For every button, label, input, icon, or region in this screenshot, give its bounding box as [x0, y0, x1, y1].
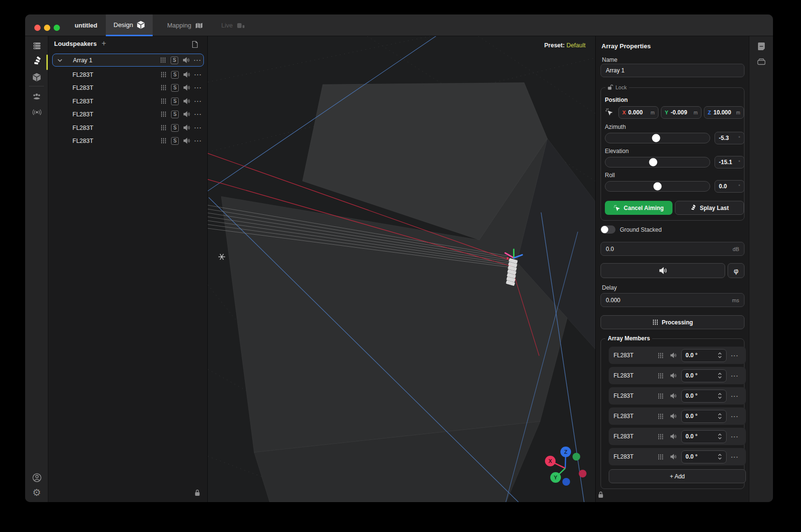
splay-angle-stepper[interactable]: 0.0 ° — [681, 430, 727, 443]
listener-asterisk-marker[interactable] — [218, 254, 225, 260]
gizmo-neg-y-ball[interactable] — [572, 453, 580, 461]
venue-cube-icon[interactable] — [25, 70, 48, 84]
stepper-chevrons-icon[interactable] — [717, 392, 722, 400]
elevation-value[interactable]: -15.1° — [715, 156, 744, 168]
notes-document-icon[interactable] — [749, 42, 773, 50]
speaker-mute-icon[interactable] — [181, 111, 192, 117]
processing-button[interactable]: Processing — [601, 315, 744, 329]
add-loudspeaker-button[interactable]: + — [101, 39, 106, 48]
add-member-button[interactable]: + Add — [609, 469, 746, 483]
gain-input[interactable]: 0.0 dB — [601, 242, 744, 256]
solo-button[interactable]: S — [169, 98, 181, 105]
processing-sliders-icon[interactable] — [654, 373, 667, 379]
roll-slider[interactable] — [605, 181, 710, 192]
speaker-mute-icon[interactable] — [667, 373, 679, 378]
loudspeaker-row[interactable]: FL283T S ··· — [52, 81, 204, 94]
library-document-icon[interactable] — [191, 41, 199, 48]
speaker-mute-icon[interactable] — [667, 352, 679, 358]
stepper-chevrons-icon[interactable] — [717, 433, 722, 440]
position-x-field[interactable]: X 0.000 m — [618, 106, 658, 119]
more-options-button[interactable]: ··· — [729, 433, 741, 440]
loudspeaker-row[interactable]: FL283T S ··· — [52, 121, 204, 134]
splay-last-button[interactable]: Splay Last — [675, 201, 744, 215]
tab-design[interactable]: Design — [106, 14, 153, 36]
speaker-mute-icon[interactable] — [667, 393, 679, 399]
processing-sliders-icon[interactable] — [654, 434, 667, 440]
stepper-chevrons-icon[interactable] — [717, 453, 722, 461]
solo-button[interactable]: S — [169, 111, 181, 118]
viewport-3d[interactable]: Z X Y Preset: Default — [208, 36, 595, 502]
processing-sliders-icon[interactable] — [157, 84, 169, 91]
member-row[interactable]: FL283T 0.0 ° ··· — [609, 387, 746, 405]
speaker-mute-icon[interactable] — [181, 84, 192, 91]
azimuth-slider[interactable] — [605, 133, 710, 143]
preset-value[interactable]: Default — [566, 42, 586, 49]
more-options-button[interactable]: ··· — [192, 137, 204, 144]
elevation-slider[interactable] — [605, 157, 710, 168]
more-options-button[interactable]: ··· — [729, 453, 741, 461]
processing-sliders-icon[interactable] — [157, 125, 169, 131]
processing-sliders-icon[interactable] — [157, 57, 169, 63]
solo-button[interactable]: S — [169, 71, 181, 79]
chevron-down-icon[interactable] — [53, 59, 67, 62]
panel-lock-icon[interactable] — [194, 489, 200, 496]
more-options-button[interactable]: ··· — [192, 111, 204, 118]
processing-sliders-icon[interactable] — [157, 111, 169, 117]
processing-sliders-icon[interactable] — [157, 71, 169, 78]
account-icon[interactable] — [25, 471, 48, 484]
processing-sliders-icon[interactable] — [157, 138, 169, 144]
zoom-window-button[interactable] — [54, 25, 60, 31]
ground-stacked-toggle[interactable] — [601, 225, 615, 234]
member-row[interactable]: FL283T 0.0 ° ··· — [609, 347, 746, 364]
splay-angle-stepper[interactable]: 0.0 ° — [681, 390, 727, 403]
solo-button[interactable]: S — [169, 124, 181, 132]
loudspeaker-row[interactable]: FL283T S ··· — [52, 95, 204, 108]
loudspeaker-row[interactable]: FL283T S ··· — [52, 134, 204, 147]
more-options-button[interactable]: ··· — [192, 124, 204, 131]
sources-icon[interactable] — [25, 39, 48, 53]
processing-sliders-icon[interactable] — [654, 352, 667, 359]
position-y-field[interactable]: Y -0.009 m — [661, 106, 701, 119]
processing-sliders-icon[interactable] — [654, 413, 667, 420]
panel-lock-icon[interactable] — [598, 491, 604, 498]
preset-indicator[interactable]: Preset: Default — [544, 42, 586, 49]
loudspeaker-row[interactable]: FL283T S ··· — [52, 68, 204, 81]
splay-angle-stepper[interactable]: 0.0 ° — [681, 349, 727, 362]
roll-value[interactable]: 0.0° — [715, 180, 744, 193]
axis-gizmo[interactable]: Z X Y — [545, 447, 586, 486]
array-row[interactable]: Array 1 S ··· — [52, 54, 204, 67]
member-row[interactable]: FL283T 0.0 ° ··· — [609, 448, 746, 465]
stepper-chevrons-icon[interactable] — [717, 412, 722, 420]
tab-mapping[interactable]: Mapping — [159, 14, 211, 36]
more-options-button[interactable]: ··· — [192, 56, 203, 64]
array-name-input[interactable]: Array 1 — [601, 64, 744, 77]
more-options-button[interactable]: ··· — [192, 84, 204, 91]
speaker-mute-icon[interactable] — [181, 138, 192, 144]
speaker-mute-icon[interactable] — [181, 71, 192, 78]
position-z-field[interactable]: Z 10.000 m — [704, 106, 744, 119]
stepper-chevrons-icon[interactable] — [717, 351, 722, 359]
speaker-mute-icon[interactable] — [180, 57, 192, 63]
lock-open-icon[interactable] — [608, 84, 614, 90]
close-window-button[interactable] — [34, 25, 41, 31]
mute-button[interactable] — [601, 263, 725, 278]
speaker-mute-icon[interactable] — [667, 413, 679, 419]
more-options-button[interactable]: ··· — [729, 352, 741, 359]
cancel-aiming-button[interactable]: Cancel Aiming — [605, 201, 672, 215]
settings-gear-icon[interactable]: ⚙ — [25, 486, 48, 499]
more-options-button[interactable]: ··· — [192, 71, 204, 78]
aim-cursor-icon[interactable] — [605, 108, 613, 116]
azimuth-value[interactable]: -5.3° — [715, 132, 744, 144]
stepper-chevrons-icon[interactable] — [717, 372, 722, 379]
solo-button[interactable]: S — [169, 56, 180, 64]
member-row[interactable]: FL283T 0.0 ° ··· — [609, 367, 746, 384]
more-options-button[interactable]: ··· — [192, 98, 204, 105]
groups-icon[interactable] — [25, 89, 48, 103]
splay-angle-stepper[interactable]: 0.0 ° — [681, 410, 727, 423]
splay-angle-stepper[interactable]: 0.0 ° — [681, 450, 727, 463]
more-options-button[interactable]: ··· — [729, 372, 741, 379]
solo-button[interactable]: S — [169, 84, 181, 92]
more-options-button[interactable]: ··· — [729, 392, 741, 400]
phase-invert-button[interactable]: φ — [728, 263, 744, 278]
gizmo-neg-z-ball[interactable] — [562, 478, 570, 486]
